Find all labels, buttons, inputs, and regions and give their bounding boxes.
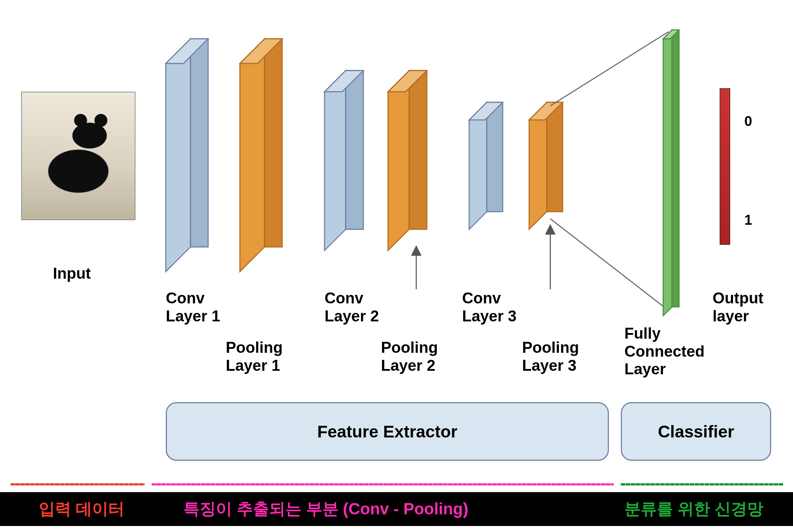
svg-marker-12 xyxy=(469,102,487,229)
svg-marker-19 xyxy=(672,30,679,307)
feature-extractor-box: Feature Extractor xyxy=(166,402,609,461)
band-green xyxy=(621,483,783,485)
pool2-label: Pooling Layer 2 xyxy=(381,339,438,374)
band-red xyxy=(11,483,145,485)
svg-marker-1 xyxy=(190,39,208,247)
classifier-text: Classifier xyxy=(658,422,734,441)
svg-marker-4 xyxy=(265,39,282,247)
pool-layer-1-slab xyxy=(240,39,282,272)
conv-layer-2-slab xyxy=(325,71,363,250)
pool3-label: Pooling Layer 3 xyxy=(522,339,579,374)
feature-extractor-text: Feature Extractor xyxy=(317,422,457,441)
proj-line-top xyxy=(550,32,668,106)
band-pink xyxy=(152,483,614,485)
black-footer: 입력 데이터 특징이 추출되는 부분 (Conv - Pooling) 분류를 … xyxy=(0,492,793,526)
svg-marker-0 xyxy=(166,39,190,272)
svg-marker-9 xyxy=(388,71,409,250)
diagram-stage: Input xyxy=(0,0,793,532)
output-zero: 0 xyxy=(744,113,752,129)
conv-layer-3-slab xyxy=(469,102,503,229)
svg-marker-6 xyxy=(325,71,346,250)
proj-line-bot xyxy=(550,219,668,310)
conv1-label: Conv Layer 1 xyxy=(166,289,220,325)
conv3-label: Conv Layer 3 xyxy=(462,289,516,325)
classifier-box: Classifier xyxy=(621,402,771,461)
svg-marker-18 xyxy=(663,30,672,316)
svg-marker-10 xyxy=(409,71,427,229)
pool-layer-3-slab xyxy=(529,102,563,229)
pool1-label: Pooling Layer 1 xyxy=(226,339,283,374)
fc-label: Fully Connected Layer xyxy=(624,325,704,378)
svg-marker-7 xyxy=(346,71,363,229)
svg-marker-16 xyxy=(547,102,563,212)
footer-right: 분류를 위한 신경망 xyxy=(624,498,763,520)
svg-marker-13 xyxy=(487,102,503,212)
svg-marker-15 xyxy=(529,102,547,229)
pool-layer-2-slab xyxy=(388,71,427,250)
conv2-label: Conv Layer 2 xyxy=(325,289,379,325)
footer-left: 입력 데이터 xyxy=(39,498,125,520)
footer-mid: 특징이 추출되는 부분 (Conv - Pooling) xyxy=(183,498,468,520)
conv-layer-1-slab xyxy=(166,39,208,272)
fc-layer-slab xyxy=(663,30,679,316)
svg-marker-3 xyxy=(240,39,265,272)
out-label: Output layer xyxy=(713,289,763,325)
output-one: 1 xyxy=(744,212,752,228)
output-bar xyxy=(720,88,730,245)
